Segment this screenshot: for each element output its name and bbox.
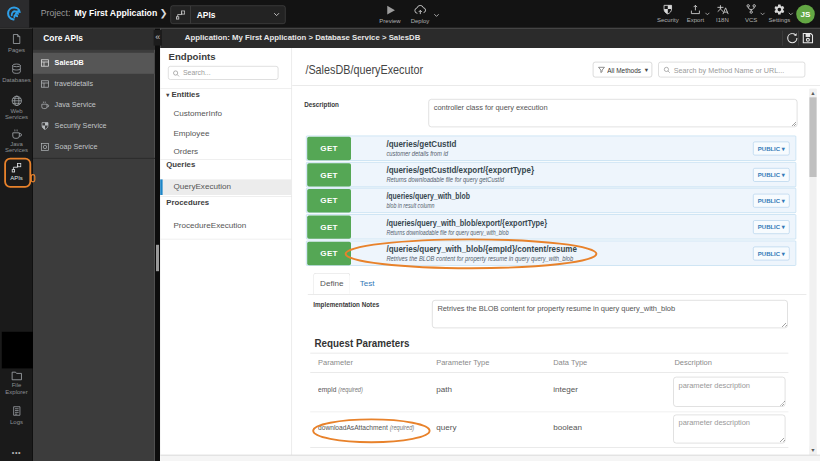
caret-down-icon: ▾ [645,66,648,74]
description-textarea[interactable]: controller class for query execution [428,99,797,127]
endpoint-label: QueryExecution [173,182,231,191]
api-designer-main: /SalesDB/queryExecutor All Methods ▾ Sea… [292,48,820,461]
service-item-security-service[interactable]: Security Service [33,116,155,137]
cloud-upload-icon [413,4,427,17]
param-name: downloadAsAttachment [318,423,388,432]
project-name[interactable]: My First Application [74,8,157,18]
method-row[interactable]: GET /queries/getCustId/export/{exportTyp… [306,162,796,187]
endpoint-item-orders[interactable]: Orders [160,145,291,161]
visibility-dropdown[interactable]: PUBLIC ▾ [753,194,790,208]
export-label: Export [683,17,708,24]
endpoint-item-customerinfo[interactable]: CustomerInfo [160,107,291,123]
scrollbar-down-arrow[interactable]: ▼ [809,446,816,454]
column-header: Parameter Type [436,358,489,366]
left-icon-rail: Pages Databases Web Services Java Servic… [0,28,33,461]
shield-icon [662,4,674,16]
apis-highlight-annotation [4,158,31,188]
core-apis-title: Core APIs [43,34,83,44]
scrollbar-thumb[interactable] [156,245,159,271]
rail-item-file-explorer[interactable]: File Explorer [0,370,33,395]
export-icon [689,4,701,16]
core-apis-panel: Core APIs SalesDB traveldetails Java Ser… [33,28,155,461]
method-row[interactable]: GET /queries/getCustId customer details … [306,136,796,161]
rail-item-pages[interactable]: Pages [0,33,33,53]
workspace-selector-dropdown[interactable]: APIs [170,5,285,24]
collapse-panel-button[interactable]: « [154,30,162,46]
methods-filter-dropdown[interactable]: All Methods ▾ [593,62,652,78]
method-path: /queries/getCustId/export/{exportType} [386,165,534,175]
method-path: /queries/getCustId [386,139,456,149]
api-nodes-icon [171,6,191,23]
app-window: Project: My First Application ❯ APIs Pre… [0,0,820,461]
service-item-salesdb[interactable]: SalesDB [33,53,155,74]
search-icon [663,66,671,74]
method-row-selected[interactable]: GET /queries/query_with_blob/{empId}/con… [306,241,796,266]
rail-item-databases[interactable]: Databases [0,62,33,82]
more-options-icon[interactable]: ••• [0,448,33,456]
endpoint-item-queryexecution[interactable]: QueryExecution [160,179,291,195]
deploy-button[interactable]: Deploy [407,4,433,24]
endpoint-item-employee[interactable]: Employee [160,127,291,143]
method-description: Returns downloadable file for query getC… [386,176,504,183]
param-description-textarea[interactable] [673,415,785,444]
endpoint-item-procedureexecution[interactable]: ProcedureExecution [160,218,291,234]
param-name-cell: empId (required) [318,385,363,394]
app-logo[interactable] [0,0,30,28]
preview-button[interactable]: Preview [378,4,402,25]
method-row[interactable]: GET /queries/query_with_blob/export/{exp… [306,214,796,239]
visibility-dropdown[interactable]: PUBLIC ▾ [753,168,790,182]
section-header-entities[interactable]: ▾Entities [166,90,200,99]
section-header-procedures[interactable]: Procedures [166,198,209,207]
deploy-caret-icon[interactable] [433,12,440,19]
rail-black-block [2,332,33,369]
implementation-notes-textarea[interactable]: Retrives the BLOB content for property r… [432,300,788,328]
export-caret-icon[interactable] [704,11,710,17]
table-border [310,447,788,448]
service-item-java-service[interactable]: Java Service [33,95,155,116]
service-item-traveldetails[interactable]: traveldetails [33,74,155,95]
param-description-textarea[interactable] [673,377,785,407]
refresh-icon[interactable] [785,31,799,45]
scrollbar-thumb[interactable] [809,97,816,177]
method-row[interactable]: GET /queries/query_with_blob blob in res… [306,188,796,213]
caret-down-icon: ▾ [166,91,169,98]
tab-define[interactable]: Define [313,273,350,295]
i18n-button[interactable]: I18N [711,4,734,24]
bottom-strip [160,455,820,461]
security-button[interactable]: Security [654,4,682,24]
visibility-dropdown[interactable]: PUBLIC ▾ [753,142,790,156]
tab-test[interactable]: Test [352,273,382,294]
save-icon[interactable] [801,31,815,45]
breadcrumb-bar: Application: My First Application > Data… [160,28,820,48]
visibility-dropdown[interactable]: PUBLIC ▾ [753,247,790,261]
section-header-queries[interactable]: Queries [166,160,195,169]
user-avatar[interactable]: JS [796,5,815,24]
coffee-icon [40,100,50,110]
search-placeholder: Search by Method Name or URL... [674,67,784,75]
rail-item-web-services[interactable]: Web Services [0,95,33,121]
request-parameters-title: Request Parameters [314,337,409,350]
visibility-dropdown[interactable]: PUBLIC ▾ [753,220,790,234]
wavemaker-logo-icon [6,5,23,22]
rail-label: Logs [0,418,33,425]
deploy-label: Deploy [407,17,433,24]
security-label: Security [654,17,682,24]
column-header: Description [674,358,712,366]
divider [292,85,820,86]
apis-highlight-annotation-edge [31,174,36,182]
settings-caret-icon[interactable] [788,11,794,17]
rail-label: File Explorer [3,382,29,395]
implementation-notes-label: Implementation Notes [313,300,379,309]
param-name-cell: downloadAsAttachment (required) [318,423,414,432]
coffee-icon [11,128,23,140]
service-item-soap-service[interactable]: Soap Service [33,137,155,158]
endpoints-search-input[interactable]: Search... [168,66,278,80]
breadcrumb[interactable]: Application: My First Application > Data… [185,33,421,42]
rail-item-java-services[interactable]: Java Services [0,128,33,154]
method-search-input[interactable]: Search by Method Name or URL... [658,62,805,78]
rail-item-logs[interactable]: Logs [0,405,33,425]
table-border [310,353,788,354]
section-label: Entities [172,90,200,99]
i18n-label: I18N [711,17,734,24]
scrollbar-up-arrow[interactable]: ▲ [809,89,816,97]
